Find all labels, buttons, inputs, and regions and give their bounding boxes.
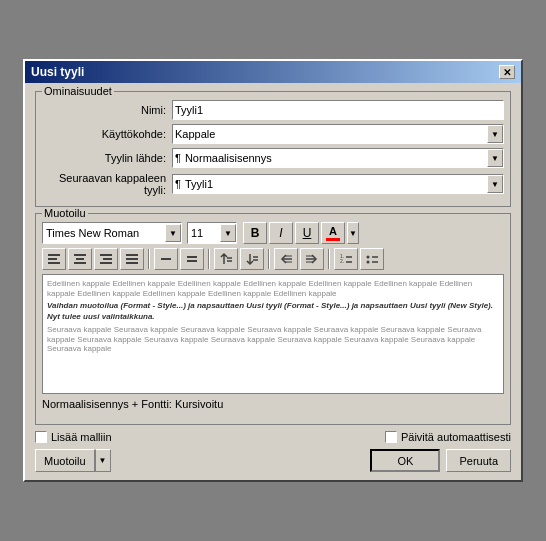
bullets-icon <box>365 252 379 266</box>
line-spacing1-icon <box>219 252 233 266</box>
indent-decrease-icon <box>279 252 293 266</box>
bold-button[interactable]: B <box>243 222 267 244</box>
indent-decrease-button[interactable] <box>274 248 298 270</box>
muotoilu-main-button[interactable]: Muotoilu <box>35 449 95 472</box>
numbering-icon: 1. 2. <box>339 252 353 266</box>
svg-point-32 <box>367 261 370 264</box>
paivita-checkbox[interactable] <box>385 431 397 443</box>
color-button[interactable]: A <box>321 222 345 244</box>
font-size-arrow[interactable]: ▼ <box>220 224 236 242</box>
paivita-group: Päivitä automaattisesti <box>385 431 511 443</box>
dialog-title: Uusi tyyli <box>31 65 84 79</box>
separator1 <box>148 249 150 269</box>
align-right-button[interactable] <box>94 248 118 270</box>
dialog-body: Ominaisuudet Nimi: Käyttökohde: Kappale … <box>25 83 521 480</box>
preview-box: Edellinen kappale Edellinen kappale Edel… <box>42 274 504 394</box>
color-bar <box>326 238 340 241</box>
separator4 <box>328 249 330 269</box>
seuraavan-arrow[interactable]: ▼ <box>487 175 503 193</box>
font-row: Times New Roman ▼ 11 ▼ B I U A ▼ <box>42 222 504 244</box>
line-spacing2-button[interactable] <box>240 248 264 270</box>
indent-increase-button[interactable] <box>300 248 324 270</box>
close-button[interactable]: ✕ <box>499 65 515 79</box>
tyylinlahde-row: Tyylin lähde: ¶ Normaalisisennys ▼ <box>42 148 504 168</box>
nimi-label: Nimi: <box>42 104 172 116</box>
lisaa-malliin-group: Lisää malliin <box>35 431 112 443</box>
svg-text:2.: 2. <box>340 258 344 264</box>
status-text: Normaalisisennys + Fontti: Kursivoitu <box>42 398 504 410</box>
dash-icon <box>159 252 173 266</box>
action-buttons: OK Peruuta <box>370 449 511 472</box>
tyylinlahde-arrow[interactable]: ▼ <box>487 149 503 167</box>
font-name-arrow[interactable]: ▼ <box>165 224 181 242</box>
align-center-button[interactable] <box>68 248 92 270</box>
separator2 <box>208 249 210 269</box>
preview-before-text: Edellinen kappale Edellinen kappale Edel… <box>47 279 499 298</box>
tyylinlahde-combo[interactable]: ¶ Normaalisisennys ▼ <box>172 148 504 168</box>
svg-point-31 <box>367 256 370 259</box>
ok-button[interactable]: OK <box>370 449 440 472</box>
font-size-text: 11 <box>188 227 220 239</box>
line-spacing1-button[interactable] <box>214 248 238 270</box>
tyylinlahde-label: Tyylin lähde: <box>42 152 172 164</box>
seuraavan-combo[interactable]: ¶ Tyyli1 ▼ <box>172 174 504 194</box>
align-left-icon <box>47 252 61 266</box>
font-name-combo[interactable]: Times New Roman ▼ <box>42 222 182 244</box>
paivita-label: Päivitä automaattisesti <box>401 431 511 443</box>
kayttokohde-combo[interactable]: Kappale ▼ <box>172 124 504 144</box>
lisaa-malliin-label: Lisää malliin <box>51 431 112 443</box>
dash-button[interactable] <box>154 248 178 270</box>
ominaisuudet-group: Ominaisuudet Nimi: Käyttökohde: Kappale … <box>35 91 511 207</box>
justify-button[interactable] <box>120 248 144 270</box>
muotoilu-arrow-button[interactable]: ▼ <box>95 449 111 472</box>
lisaa-malliin-checkbox[interactable] <box>35 431 47 443</box>
para-icon2: ¶ <box>175 178 181 190</box>
ominaisuudet-title: Ominaisuudet <box>42 85 114 97</box>
preview-after-text: Seuraava kappale Seuraava kappale Seuraa… <box>47 325 499 354</box>
double-line-button[interactable] <box>180 248 204 270</box>
color-arrow[interactable]: ▼ <box>347 222 359 244</box>
muotoilu-split-button: Muotoilu ▼ <box>35 449 111 472</box>
indent-increase-icon <box>305 252 319 266</box>
seuraavan-row: Seuraavan kappaleen tyyli: ¶ Tyyli1 ▼ <box>42 172 504 196</box>
checkbox-row: Lisää malliin Päivitä automaattisesti <box>35 431 511 443</box>
bullets-button[interactable] <box>360 248 384 270</box>
peruuta-button[interactable]: Peruuta <box>446 449 511 472</box>
align-right-icon <box>99 252 113 266</box>
muotoilu-group: Muotoilu Times New Roman ▼ 11 ▼ B I U A <box>35 213 511 425</box>
kayttokohde-label: Käyttökohde: <box>42 128 172 140</box>
seuraavan-label: Seuraavan kappaleen tyyli: <box>42 172 172 196</box>
align-row: 1. 2. <box>42 248 504 270</box>
align-left-button[interactable] <box>42 248 66 270</box>
justify-icon <box>125 252 139 266</box>
muotoilu-title: Muotoilu <box>42 207 88 219</box>
nimi-row: Nimi: <box>42 100 504 120</box>
double-line-icon <box>185 252 199 266</box>
bottom-row: Muotoilu ▼ OK Peruuta <box>35 449 511 472</box>
font-size-combo[interactable]: 11 ▼ <box>187 222 237 244</box>
separator3 <box>268 249 270 269</box>
line-spacing2-icon <box>245 252 259 266</box>
font-name-text: Times New Roman <box>43 227 165 239</box>
style-buttons: B I U A ▼ <box>243 222 359 244</box>
nimi-input[interactable] <box>172 100 504 120</box>
dialog-window: Uusi tyyli ✕ Ominaisuudet Nimi: Käyttöko… <box>23 59 523 482</box>
title-bar: Uusi tyyli ✕ <box>25 61 521 83</box>
numbering-button[interactable]: 1. 2. <box>334 248 358 270</box>
italic-button[interactable]: I <box>269 222 293 244</box>
para-icon: ¶ <box>175 152 181 164</box>
preview-main-text: Vaihdan muotoilua (Format - Style...) ja… <box>47 301 499 322</box>
underline-button[interactable]: U <box>295 222 319 244</box>
kayttokohde-row: Käyttökohde: Kappale ▼ <box>42 124 504 144</box>
color-letter: A <box>329 226 337 237</box>
kayttokohde-arrow[interactable]: ▼ <box>487 125 503 143</box>
align-center-icon <box>73 252 87 266</box>
